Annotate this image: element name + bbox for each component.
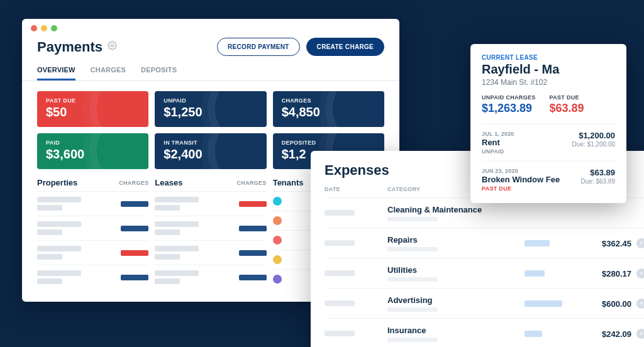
tab-charges[interactable]: CHARGES <box>91 61 126 80</box>
window-minimize-dot[interactable] <box>41 25 47 31</box>
lease-card: CURRENT LEASE Rayfield - Ma 1234 Main St… <box>470 44 626 203</box>
stat-in-transit[interactable]: IN TRANSIT$2,400 <box>155 133 266 169</box>
create-charge-button[interactable]: CREATE CHARGE <box>306 38 384 56</box>
lease-address: 1234 Main St. #102 <box>482 78 615 87</box>
amount-bar <box>525 331 542 337</box>
past-due-value: $63.89 <box>550 102 584 115</box>
leases-list: LeasesCHARGES <box>155 178 266 289</box>
list-item[interactable] <box>155 240 266 265</box>
stat-unpaid[interactable]: UNPAID$1,250 <box>155 91 266 127</box>
date-placeholder <box>325 210 355 216</box>
list-item[interactable] <box>155 216 266 240</box>
row-detail-button[interactable] <box>636 299 644 309</box>
properties-list: PropertiesCHARGES <box>37 178 148 289</box>
avatar-icon <box>273 275 282 284</box>
expense-row[interactable]: Advertising $600.00 <box>325 288 644 318</box>
window-close-dot[interactable] <box>31 25 37 31</box>
avatar-icon <box>273 216 282 225</box>
row-detail-button[interactable] <box>636 329 644 339</box>
date-placeholder <box>325 300 355 306</box>
payments-tabs: OVERVIEW CHARGES DEPOSITS <box>22 61 399 81</box>
status-badge: PAST DUE <box>482 185 560 192</box>
stat-past-due[interactable]: PAST DUE$50 <box>37 91 148 127</box>
list-item[interactable] <box>155 191 266 216</box>
expense-row[interactable]: Repairs $362.45 <box>325 228 644 258</box>
window-controls <box>22 19 399 35</box>
date-placeholder <box>325 270 355 276</box>
page-title: Payments <box>37 39 103 55</box>
window-zoom-dot[interactable] <box>51 25 57 31</box>
row-detail-button[interactable] <box>636 268 644 278</box>
row-detail-button[interactable] <box>636 238 644 248</box>
record-payment-button[interactable]: RECORD PAYMENT <box>217 38 300 56</box>
amount-bar <box>525 240 550 246</box>
lease-eyebrow: CURRENT LEASE <box>482 54 615 61</box>
list-item[interactable] <box>37 216 148 240</box>
list-item[interactable] <box>155 265 266 289</box>
list-item[interactable] <box>37 240 148 265</box>
stat-charges[interactable]: CHARGES$4,850 <box>273 91 384 127</box>
status-badge: UNPAID <box>482 148 514 155</box>
avatar-icon <box>273 236 282 245</box>
lease-charge-item[interactable]: JUL 1, 2020 Rent UNPAID $1,200.00 Due: $… <box>482 124 615 161</box>
unpaid-charges-value: $1,263.89 <box>482 102 536 115</box>
col-date: DATE <box>325 186 387 192</box>
expense-row[interactable]: Insurance $242.09 <box>325 318 644 347</box>
avatar-icon <box>273 255 282 264</box>
amount-bar <box>525 270 545 277</box>
date-placeholder <box>325 240 355 246</box>
tab-overview[interactable]: OVERVIEW <box>37 61 75 80</box>
expense-row[interactable]: Utilities $280.17 <box>325 258 644 288</box>
amount-bar <box>525 300 562 307</box>
tab-deposits[interactable]: DEPOSITS <box>141 61 177 80</box>
svg-point-0 <box>111 45 114 47</box>
avatar-icon <box>273 197 282 206</box>
list-item[interactable] <box>37 191 148 216</box>
gear-icon[interactable] <box>108 41 117 53</box>
date-placeholder <box>325 331 355 336</box>
stat-paid[interactable]: PAID$3,600 <box>37 133 148 169</box>
lease-title: Rayfield - Ma <box>482 62 615 77</box>
list-item[interactable] <box>37 265 148 289</box>
lease-charge-item[interactable]: JUN 23, 2020 Broken Window Fee PAST DUE … <box>482 161 615 198</box>
